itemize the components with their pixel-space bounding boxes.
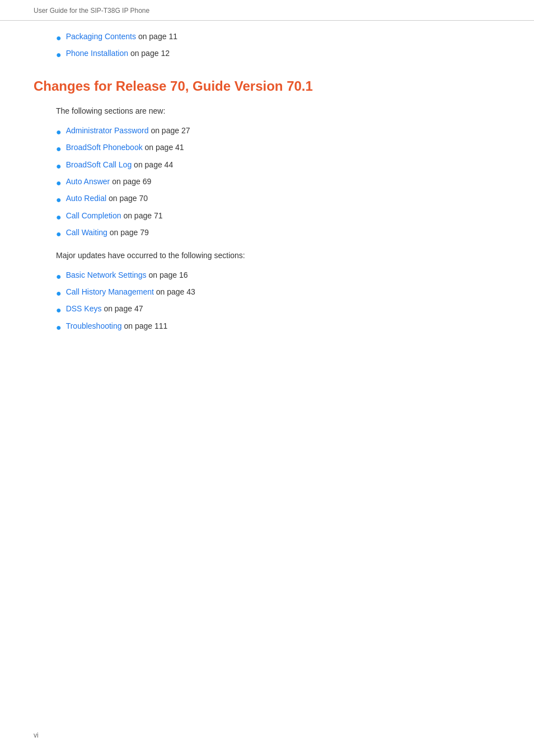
list-item-text: Troubleshooting on page 111 [66,321,168,330]
broadsoft-call-log-link[interactable]: BroadSoft Call Log [66,160,132,169]
phone-installation-link[interactable]: Phone Installation [66,49,128,58]
page-ref-text: on page [123,211,154,220]
list-item: ● Basic Network Settings on page 16 [56,270,500,283]
list-item: ● Call Completion on page 71 [56,211,500,223]
page-ref-text: on page [138,32,169,41]
page-ref-text: on page [110,228,140,237]
page-num: 79 [140,228,149,237]
auto-redial-link[interactable]: Auto Redial [66,194,106,203]
list-item: ● Phone Installation on page 12 [56,49,500,61]
bullet-icon: ● [56,160,62,172]
bullet-icon: ● [56,228,62,240]
list-item: ● BroadSoft Call Log on page 44 [56,160,500,172]
auto-answer-link[interactable]: Auto Answer [66,177,110,186]
page-footer: vi [34,731,39,739]
page-ref-text: on page [104,304,134,313]
page-num: 44 [165,160,174,169]
bullet-icon: ● [56,211,62,223]
new-sections-intro: The following sections are new: [34,105,500,117]
list-item: ● Troubleshooting on page 111 [56,321,500,334]
bullet-icon: ● [56,49,62,61]
page-ref-text: on page [151,126,181,135]
page-num: 27 [181,126,190,135]
major-items-list: ● Basic Network Settings on page 16 ● Ca… [34,270,500,334]
page-num: 47 [134,304,143,313]
list-item: ● BroadSoft Phonebook on page 41 [56,143,500,155]
page-container: User Guide for the SIP-T38G IP Phone ● P… [0,0,534,756]
bullet-icon: ● [56,287,62,300]
list-item: ● Auto Redial on page 70 [56,194,500,206]
list-item-text: Call History Management on page 43 [66,287,195,296]
list-item: ● Administrator Password on page 27 [56,126,500,138]
page-number: vi [34,731,39,739]
header-bar: User Guide for the SIP-T38G IP Phone [0,0,534,21]
page-ref-text: on page [124,321,154,330]
major-updates-intro: Major updates have occurred to the follo… [34,250,500,262]
list-item: ● Call History Management on page 43 [56,287,500,300]
bullet-icon: ● [56,194,62,206]
page-ref-text: on page [145,143,176,152]
list-item-text: Auto Redial on page 70 [66,194,148,203]
list-item: ● DSS Keys on page 47 [56,304,500,316]
list-item-text: DSS Keys on page 47 [66,304,143,313]
header-text: User Guide for the SIP-T38G IP Phone [34,7,149,15]
new-items-list: ● Administrator Password on page 27 ● Br… [34,126,500,241]
page-ref-text: on page [134,160,165,169]
bullet-icon: ● [56,32,62,44]
page-num: 71 [154,211,163,220]
content-area: ● Packaging Contents on page 11 ● Phone … [0,32,534,376]
troubleshooting-link[interactable]: Troubleshooting [66,321,122,330]
list-item-text: Call Completion on page 71 [66,211,163,220]
list-item-text: Phone Installation on page 12 [66,49,170,58]
list-item-text: Basic Network Settings on page 16 [66,270,188,279]
bullet-icon: ● [56,126,62,138]
page-ref-text: on page [130,49,161,58]
page-num: 41 [175,143,184,152]
list-item-text: BroadSoft Call Log on page 44 [66,160,174,169]
bullet-icon: ● [56,321,62,334]
list-item: ● Packaging Contents on page 11 [56,32,500,44]
bullet-icon: ● [56,304,62,316]
page-ref-text: on page [109,194,139,203]
page-ref-text: on page [112,177,143,186]
list-item-text: Auto Answer on page 69 [66,177,152,186]
broadsoft-phonebook-link[interactable]: BroadSoft Phonebook [66,143,143,152]
page-num: 111 [154,321,167,330]
list-item-text: Administrator Password on page 27 [66,126,190,135]
packaging-contents-link[interactable]: Packaging Contents [66,32,136,41]
call-history-management-link[interactable]: Call History Management [66,287,154,296]
page-num: 12 [161,49,170,58]
list-item-text: Packaging Contents on page 11 [66,32,177,41]
bullet-icon: ● [56,270,62,283]
page-num: 69 [143,177,152,186]
list-item: ● Call Waiting on page 79 [56,228,500,240]
page-num: 16 [179,270,188,279]
page-num: 70 [139,194,148,203]
call-waiting-link[interactable]: Call Waiting [66,228,107,237]
bullet-icon: ● [56,143,62,155]
intro-list: ● Packaging Contents on page 11 ● Phone … [34,32,500,62]
list-item-text: BroadSoft Phonebook on page 41 [66,143,184,152]
list-item: ● Auto Answer on page 69 [56,177,500,189]
section-heading: Changes for Release 70, Guide Version 70… [34,78,500,94]
call-completion-link[interactable]: Call Completion [66,211,121,220]
page-ref-text: on page [156,287,187,296]
basic-network-settings-link[interactable]: Basic Network Settings [66,270,147,279]
page-ref-text: on page [149,270,180,279]
page-num: 43 [186,287,195,296]
page-num: 11 [168,32,177,41]
bullet-icon: ● [56,177,62,189]
list-item-text: Call Waiting on page 79 [66,228,149,237]
admin-password-link[interactable]: Administrator Password [66,126,149,135]
dss-keys-link[interactable]: DSS Keys [66,304,102,313]
